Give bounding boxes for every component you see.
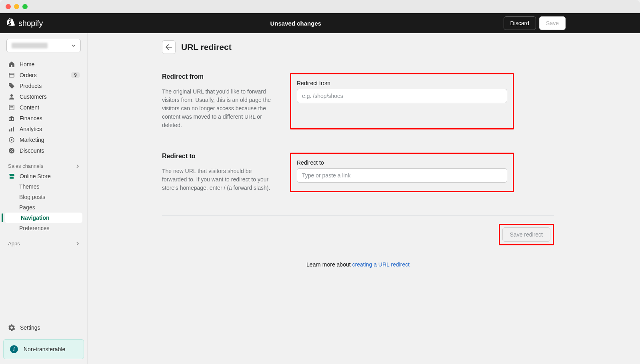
info-box: i Non-transferable	[3, 339, 84, 359]
svg-rect-5	[11, 128, 12, 131]
svg-point-11	[12, 151, 13, 152]
store-selector[interactable]	[6, 39, 81, 52]
analytics-icon	[8, 125, 15, 132]
svg-point-1	[10, 84, 10, 85]
section-description: The new URL that visitors should be forw…	[162, 167, 274, 192]
brand-logo[interactable]: shopify	[6, 18, 88, 28]
customers-icon	[8, 93, 15, 100]
svg-rect-0	[9, 73, 14, 77]
nav-products[interactable]: Products	[3, 80, 84, 91]
sub-pages[interactable]: Pages	[3, 202, 84, 213]
svg-point-10	[10, 149, 11, 150]
svg-rect-6	[13, 127, 14, 131]
svg-rect-4	[9, 129, 10, 131]
sub-navigation[interactable]: Navigation	[5, 213, 82, 223]
sales-channels-header[interactable]: Sales channels	[3, 160, 84, 171]
redirect-from-label: Redirect from	[297, 80, 507, 86]
nav-label: Finances	[20, 115, 80, 121]
nav-label: Analytics	[20, 126, 80, 132]
content-icon	[8, 104, 15, 111]
window-maximize-button[interactable]	[22, 4, 28, 9]
chevron-right-icon	[76, 241, 79, 246]
orders-badge: 9	[71, 72, 80, 78]
sub-blog-posts[interactable]: Blog posts	[3, 192, 84, 202]
window-titlebar	[0, 0, 640, 13]
sub-themes[interactable]: Themes	[3, 181, 84, 192]
unsaved-changes-label: Unsaved changes	[270, 20, 322, 27]
info-icon: i	[10, 345, 18, 353]
learn-more-prefix: Learn more about	[306, 261, 352, 268]
gear-icon	[8, 324, 15, 331]
sub-label: Themes	[19, 183, 40, 190]
nav-discounts[interactable]: Discounts	[3, 145, 84, 156]
sub-label: Navigation	[21, 215, 50, 221]
chevron-down-icon	[72, 44, 76, 47]
nav-label: Customers	[20, 93, 80, 100]
sub-preferences[interactable]: Preferences	[3, 223, 84, 233]
nav-label: Orders	[20, 72, 66, 78]
learn-more-link[interactable]: creating a URL redirect	[352, 261, 409, 268]
nav-content[interactable]: Content	[3, 102, 84, 113]
nav-label: Home	[20, 61, 80, 68]
nav-marketing[interactable]: Marketing	[3, 134, 84, 145]
nav-label: Discounts	[20, 147, 80, 154]
apps-label: Apps	[8, 241, 20, 247]
info-box-text: Non-transferable	[24, 346, 65, 352]
topbar: shopify Unsaved changes Discard Save	[0, 13, 640, 33]
nav-label: Marketing	[20, 137, 80, 143]
settings-label: Settings	[20, 324, 40, 331]
save-button[interactable]: Save	[539, 16, 566, 30]
store-name-redacted	[12, 43, 48, 48]
discard-button[interactable]: Discard	[504, 16, 536, 30]
svg-point-8	[11, 139, 12, 141]
content-area: URL redirect Redirect from The original …	[88, 33, 640, 364]
nav-label: Content	[20, 104, 80, 111]
section-redirect-to: Redirect to The new URL that visitors sh…	[162, 153, 554, 192]
nav-label: Online Store	[20, 173, 80, 179]
save-redirect-button[interactable]: Save redirect	[502, 227, 550, 242]
redirect-to-label: Redirect to	[297, 159, 507, 166]
divider	[162, 215, 554, 216]
nav-orders[interactable]: Orders 9	[3, 70, 84, 80]
brand-name: shopify	[18, 19, 43, 28]
actions-row: Save redirect	[162, 224, 554, 245]
window-close-button[interactable]	[6, 4, 11, 9]
sub-label: Pages	[19, 204, 35, 211]
redirect-from-input[interactable]	[297, 89, 507, 103]
arrow-left-icon	[166, 44, 172, 50]
section-heading: Redirect from	[162, 73, 274, 80]
chevron-right-icon	[76, 164, 79, 169]
primary-nav: Home Orders 9 Products Customers Content	[3, 59, 84, 156]
page-title: URL redirect	[181, 42, 232, 52]
marketing-icon	[8, 136, 15, 143]
svg-point-2	[10, 94, 13, 97]
nav-settings[interactable]: Settings	[3, 322, 84, 334]
svg-rect-3	[9, 105, 14, 110]
sub-label: Preferences	[19, 225, 49, 231]
section-description: The original URL that you'd like to forw…	[162, 88, 274, 129]
nav-finances[interactable]: Finances	[3, 113, 84, 123]
redirect-to-input[interactable]	[297, 168, 507, 183]
nav-analytics[interactable]: Analytics	[3, 123, 84, 134]
nav-home[interactable]: Home	[3, 59, 84, 70]
orders-icon	[8, 72, 15, 78]
home-icon	[8, 61, 15, 68]
back-button[interactable]	[162, 40, 176, 54]
online-store-icon	[8, 173, 15, 179]
apps-header[interactable]: Apps	[3, 237, 84, 248]
section-redirect-from: Redirect from The original URL that you'…	[162, 73, 554, 129]
finances-icon	[8, 115, 15, 121]
page-header: URL redirect	[162, 40, 554, 54]
sub-label: Blog posts	[19, 194, 45, 200]
window-minimize-button[interactable]	[14, 4, 19, 9]
save-redirect-highlight: Save redirect	[499, 224, 554, 245]
sales-channels-label: Sales channels	[8, 163, 43, 169]
nav-online-store[interactable]: Online Store	[3, 171, 84, 181]
shopify-icon	[6, 18, 16, 28]
nav-customers[interactable]: Customers	[3, 91, 84, 102]
sidebar: Home Orders 9 Products Customers Content	[0, 33, 88, 364]
section-heading: Redirect to	[162, 153, 274, 160]
discounts-icon	[8, 147, 15, 154]
products-icon	[8, 82, 15, 89]
learn-more-text: Learn more about creating a URL redirect	[162, 261, 554, 268]
